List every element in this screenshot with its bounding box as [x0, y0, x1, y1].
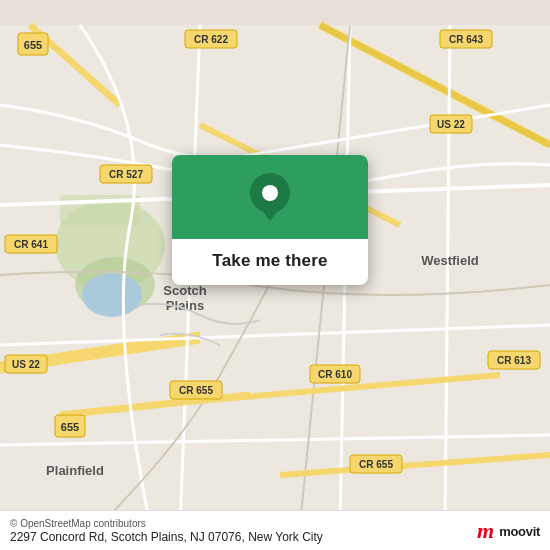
- map-container: 655 CR 622 CR 643 US 22 S 22 CR 527 CR 6…: [0, 0, 550, 550]
- svg-point-4: [82, 273, 142, 317]
- location-pin-icon: [248, 173, 292, 225]
- svg-text:CR 643: CR 643: [449, 34, 483, 45]
- svg-text:Westfield: Westfield: [421, 253, 479, 268]
- svg-text:CR 655: CR 655: [359, 459, 393, 470]
- bottom-bar: © OpenStreetMap contributors 2297 Concor…: [0, 510, 550, 550]
- svg-text:CR 622: CR 622: [194, 34, 228, 45]
- moovit-m-letter: m: [477, 518, 494, 544]
- moovit-wordmark: moovit: [499, 524, 540, 539]
- osm-credit: © OpenStreetMap contributors: [10, 518, 323, 529]
- popup-card[interactable]: Take me there: [172, 155, 368, 285]
- moovit-logo: m moovit: [477, 518, 540, 544]
- popup-green-section: [172, 155, 368, 239]
- svg-text:US 22: US 22: [12, 359, 40, 370]
- take-me-there-button[interactable]: Take me there: [202, 239, 337, 285]
- svg-text:CR 610: CR 610: [318, 369, 352, 380]
- svg-marker-53: [258, 205, 282, 221]
- svg-text:655: 655: [61, 421, 79, 433]
- bottom-left-info: © OpenStreetMap contributors 2297 Concor…: [10, 518, 323, 544]
- svg-text:CR 655: CR 655: [179, 385, 213, 396]
- svg-text:Plainfield: Plainfield: [46, 463, 104, 478]
- svg-text:US 22: US 22: [437, 119, 465, 130]
- svg-text:655: 655: [24, 39, 42, 51]
- svg-text:CR 527: CR 527: [109, 169, 143, 180]
- svg-text:CR 641: CR 641: [14, 239, 48, 250]
- svg-text:Scotch: Scotch: [163, 283, 206, 298]
- svg-text:CR 613: CR 613: [497, 355, 531, 366]
- address-text: 2297 Concord Rd, Scotch Plains, NJ 07076…: [10, 530, 323, 544]
- svg-point-52: [262, 185, 278, 201]
